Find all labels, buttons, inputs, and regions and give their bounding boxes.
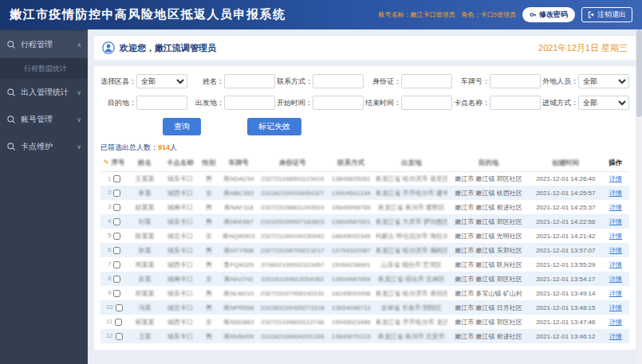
end-time-input[interactable] [401,96,452,110]
row-checkbox[interactable] [113,261,120,268]
vertical-scrollbar[interactable] [636,29,642,364]
contact-input[interactable] [313,74,364,88]
outsider-select[interactable]: 全部 [578,74,629,88]
detail-link[interactable]: 详情 [609,218,622,225]
origin-cell: 黑龙江省 哈尔滨市 南岗区 [376,247,448,254]
plate-cell: 黑NSD883 [223,319,254,326]
gender-cell: 男 [206,204,212,211]
start-time-input[interactable] [313,96,364,110]
destination-input[interactable] [136,96,187,110]
detail-link[interactable]: 详情 [609,261,622,268]
gender-cell: 男 [206,261,212,268]
checkpoint-input[interactable] [490,96,541,110]
scrollbar-thumb[interactable] [636,29,642,117]
created-time-cell: 2021-12-01 13:48:15 [530,300,602,315]
checkpoint-cell: 城东卡口 [167,333,193,340]
phone-cell: 13845076123 [332,333,371,340]
detail-link[interactable]: 详情 [609,204,622,211]
magnifier-icon [6,115,16,124]
origin-cell: 黑龙江省 黑河市 北安市 [378,333,445,340]
detail-link[interactable]: 详情 [609,304,622,311]
id-card-input[interactable] [401,74,452,88]
gender-cell: 男 [206,290,212,297]
row-checkbox[interactable] [116,333,123,340]
phone-cell: 15845098765 [332,204,371,211]
name-cell: 陈某某 [135,233,154,240]
destination-cell: 嫩江市 嫩江镇 光明社区 [447,229,530,243]
origin-cell: 黑龙江省 大庆市 萨尔图区 [376,218,448,225]
logout-button[interactable]: 注销退出 [581,7,632,22]
entry-mode-select[interactable]: 全部 [578,96,629,110]
detail-link[interactable]: 详情 [609,276,622,283]
plate-cell: 黑NQW903 [223,233,255,240]
query-button[interactable]: 查询 [163,118,201,135]
change-password-button[interactable]: 修改密码 [522,7,575,22]
row-checkbox[interactable] [113,276,120,283]
row-checkbox[interactable] [113,290,120,297]
detail-link[interactable]: 详情 [609,233,622,240]
filter-field-checkpoint: 卡点名称： [454,96,541,110]
origin-cell: 吉林省 长春市 朝阳区 [381,304,442,311]
column-header: 性别 [199,156,219,171]
logout-label: 注销退出 [597,10,626,20]
sidebar-item-label: 账号管理 [21,114,53,125]
plate-cell: 黑NAF118 [224,204,254,211]
change-password-label: 修改密码 [539,10,568,20]
origin-cell: 黑龙江省 黑河市 爱辉区 [378,204,445,211]
row-checkbox[interactable] [113,247,120,254]
filter-field-origin: 出发地： [189,96,275,110]
key-icon [530,11,537,18]
table-row: 2李某城西卡口女黑NBC3522311821992030543271390456… [100,186,629,200]
sidebar-item-access-stats[interactable]: 出入管理统计 ∨ [0,79,88,106]
filter-field-end-time: 结束时间： [365,96,452,110]
logout-icon [588,11,595,18]
name-cell: 郑某某 [135,290,154,297]
row-checkbox[interactable] [113,175,120,182]
id-number-cell: 232721198501123416 [261,175,324,182]
checkpoint-cell: 城西卡口 [167,190,193,197]
row-number: 12 [106,332,113,339]
sidebar-item-checkpoint-maintenance[interactable]: 卡点维护 ∨ [0,133,88,160]
filter-label-name: 姓名： [203,76,224,87]
name-cell: 褚某某 [135,319,154,326]
row-checkbox[interactable] [116,304,123,311]
column-header: 身份证号 [258,156,327,171]
origin-input[interactable] [224,96,275,110]
user-icon [102,41,115,54]
checkpoint-cell: 城东卡口 [167,247,193,254]
id-number-cell: 370602199002113457 [261,261,325,268]
destination-cell: 嫩江市 嫩江镇 郊区社区 [447,315,530,329]
mark-invalid-button[interactable]: 标记失效 [247,118,301,135]
plate-cell: 黑NBC352 [223,190,254,197]
table-row: 10冯某城北卡口男黑NPR556231083199305273318136540… [100,300,629,315]
detail-link[interactable]: 详情 [609,190,622,197]
magnifier-icon [6,40,16,49]
origin-cell: 内蒙古 呼伦贝尔市 海拉尔区 [376,233,448,240]
row-checkbox[interactable] [113,190,120,197]
sidebar-subitem-trip-data-stats[interactable]: 行程数据统计 [0,58,88,79]
magnifier-icon [6,88,16,97]
name-cell: 吴某 [138,276,151,283]
detail-link[interactable]: 详情 [609,175,622,182]
name-input[interactable] [224,74,275,88]
detail-link[interactable]: 详情 [609,333,622,340]
detail-link[interactable]: 详情 [609,247,622,254]
sidebar-item-account-management[interactable]: 账号管理 ∨ [0,106,88,133]
sidebar-item-trip-management[interactable]: 行程管理 ∧ [0,31,88,58]
row-checkbox[interactable] [113,233,120,240]
row-checkbox[interactable] [113,218,120,225]
id-number-cell: 231083199305273318 [261,304,325,311]
region-select[interactable]: 全部 [136,74,187,88]
name-cell: 周某某 [135,261,154,268]
plate-cell: 黑NTY568 [224,247,254,254]
row-checkbox[interactable] [113,204,120,211]
phone-cell: 13504987654 [332,276,371,283]
id-number-cell: 231182198404291335 [261,333,325,340]
row-checkbox[interactable] [115,319,122,326]
checkpoint-cell: 城南卡口 [167,276,193,283]
plate-input[interactable] [490,74,541,88]
detail-link[interactable]: 详情 [609,319,622,326]
destination-cell: 嫩江市 嫩江镇 东郊社区 [447,243,530,257]
detail-link[interactable]: 详情 [609,290,622,297]
account-info: 账号名称：嫩江卡口管理员 角色：卡口5管理员 [379,10,516,19]
